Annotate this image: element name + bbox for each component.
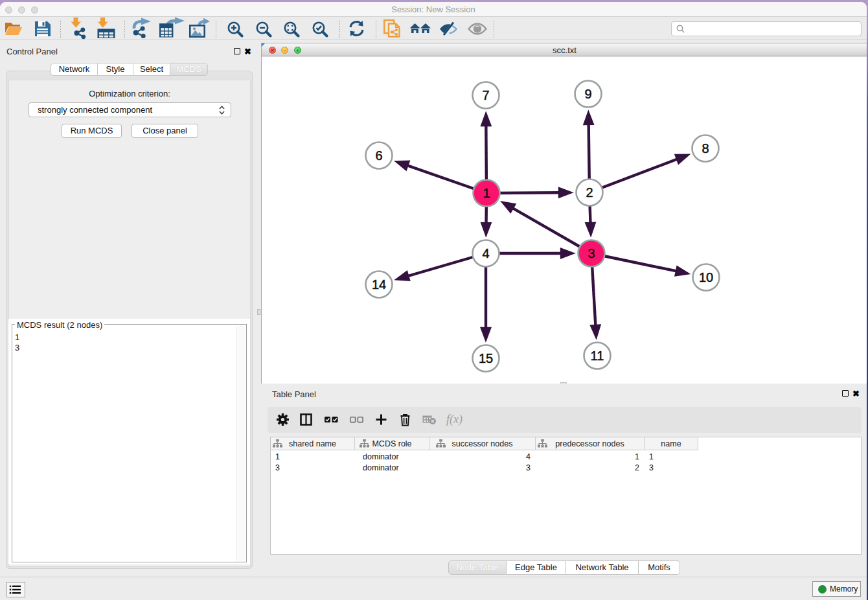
svg-text:7: 7 [482, 88, 489, 102]
svg-text:2: 2 [586, 185, 593, 200]
svg-text:14: 14 [372, 277, 386, 292]
svg-text:10: 10 [699, 270, 713, 284]
svg-text:11: 11 [591, 349, 604, 363]
svg-text:8: 8 [702, 141, 709, 156]
svg-text:6: 6 [375, 148, 382, 163]
svg-text:4: 4 [482, 246, 489, 260]
svg-text:3: 3 [588, 246, 595, 260]
svg-text:15: 15 [479, 351, 493, 365]
svg-text:9: 9 [584, 87, 591, 101]
svg-text:1: 1 [483, 186, 490, 200]
